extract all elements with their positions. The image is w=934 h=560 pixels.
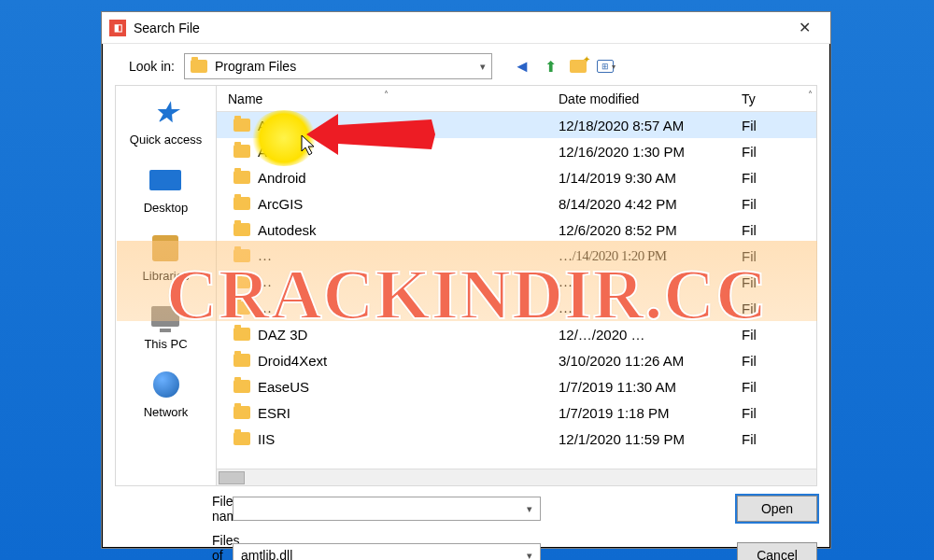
place-label: This PC (144, 337, 187, 351)
place-this-pc[interactable]: This PC (144, 300, 187, 351)
column-name[interactable]: ˄ Name (217, 91, 551, 106)
lookin-combo[interactable]: Program Files ▾ (184, 53, 492, 79)
this-pc-icon (149, 300, 182, 333)
list-header: ˄ Name Date modified Ty (217, 86, 816, 112)
row-name: Droid4Xext (258, 353, 327, 369)
row-type: Fil (738, 301, 785, 316)
scroll-up-caret[interactable]: ˄ (808, 90, 813, 100)
table-row[interactable]: IIS12/1/2020 11:59 PMFil (217, 426, 816, 452)
scroll-thumb[interactable] (219, 471, 245, 484)
row-date: 12/1/2020 11:59 PM (551, 431, 738, 447)
up-one-level-icon[interactable]: ⬆ (541, 57, 559, 76)
table-row[interactable]: Droid4Xext3/10/2020 11:26 AMFil (217, 347, 816, 373)
row-type: Fil (738, 327, 785, 343)
row-date: 12/…/2020 … (551, 327, 738, 343)
close-button[interactable]: ✕ (785, 19, 823, 36)
view-menu-icon[interactable]: ⊞▾ (597, 57, 616, 76)
bottom-panel: File name: ▾ Open Files of type: amtlib.… (102, 486, 830, 560)
table-row[interactable]: EaseUS1/7/2019 11:30 AMFil (217, 373, 816, 399)
row-name: Android (258, 170, 306, 186)
table-row[interactable]: Autodesk12/6/2020 8:52 PMFil (217, 217, 816, 243)
row-date: 8/14/2020 4:42 PM (551, 196, 738, 212)
table-row[interactable]: ArcGIS8/14/2020 4:42 PMFil (217, 190, 816, 217)
row-type: Fil (738, 248, 785, 264)
dialog-body: ★ Quick access Desktop Libraries This PC… (102, 85, 830, 486)
row-type: Fil (738, 196, 785, 212)
table-row[interactable]: ……/14/2020 1:20 PMFil (217, 243, 816, 269)
row-name: ArcGIS (258, 196, 303, 212)
table-row[interactable]: DAZ 3D12/…/2020 …Fil (217, 321, 816, 347)
filename-label: File name: (115, 494, 219, 524)
new-folder-icon[interactable] (569, 57, 587, 76)
network-icon (149, 368, 183, 401)
desktop-icon (149, 163, 182, 197)
table-row[interactable]: Android1/14/2019 9:30 AMFil (217, 164, 816, 190)
place-desktop[interactable]: Desktop (144, 163, 189, 215)
table-row[interactable]: ……Fil (217, 295, 816, 321)
folder-icon (234, 249, 250, 262)
filename-input[interactable]: ▾ (233, 497, 541, 521)
row-date: 12/6/2020 8:52 PM (551, 222, 738, 238)
place-network[interactable]: Network (144, 368, 189, 419)
row-name: … (258, 274, 272, 290)
row-date: 1/7/2019 1:18 PM (551, 405, 738, 421)
places-bar: ★ Quick access Desktop Libraries This PC… (115, 85, 216, 486)
horizontal-scrollbar[interactable] (217, 469, 816, 485)
row-date: 1/7/2019 11:30 AM (551, 379, 738, 395)
filetype-label: Files of type: (115, 533, 219, 560)
titlebar: ◧ Search File ✕ (102, 12, 830, 44)
table-row[interactable]: ……Fil (217, 269, 816, 295)
lookin-label: Look in: (115, 59, 175, 74)
filetype-value: amtlib.dll (241, 548, 292, 560)
chevron-down-icon: ▾ (527, 503, 532, 515)
cancel-button[interactable]: Cancel (737, 542, 817, 560)
row-name: Altium (258, 144, 297, 160)
row-date: … (551, 274, 738, 290)
folder-icon (234, 223, 250, 236)
place-label: Network (144, 405, 189, 419)
table-row[interactable]: ESRI1/7/2019 1:18 PMFil (217, 399, 816, 426)
file-rows: Adobe12/18/2020 8:57 AMFilAltium12/16/20… (217, 112, 816, 452)
folder-icon (234, 145, 250, 158)
window-title: Search File (134, 21, 785, 35)
row-type: Fil (738, 274, 785, 290)
place-label: Quick access (130, 133, 202, 147)
folder-icon (234, 119, 250, 132)
open-button[interactable]: Open (737, 496, 817, 522)
lookin-value: Program Files (215, 59, 473, 74)
folder-icon (234, 380, 250, 393)
row-date: 12/18/2020 8:57 AM (551, 118, 738, 133)
quick-access-icon: ★ (149, 95, 183, 129)
folder-icon (191, 60, 207, 73)
place-label: Libraries (143, 269, 190, 283)
row-type: Fil (738, 144, 785, 160)
row-date: … (551, 301, 738, 316)
toolbar-icons: ◄ ⬆ ⊞▾ (513, 57, 616, 76)
place-label: Desktop (144, 201, 189, 215)
search-file-dialog: ◧ Search File ✕ Look in: Program Files ▾… (101, 11, 831, 549)
column-name-label: Name (228, 91, 262, 106)
row-date: …/14/2020 1:20 PM (551, 248, 738, 264)
lookin-row: Look in: Program Files ▾ ◄ ⬆ ⊞▾ (102, 44, 830, 85)
table-row[interactable]: Altium12/16/2020 1:30 PMFil (217, 138, 816, 164)
place-libraries[interactable]: Libraries (143, 231, 190, 283)
row-date: 1/14/2019 9:30 AM (551, 170, 738, 186)
row-name: … (258, 248, 272, 264)
chevron-down-icon: ▾ (527, 550, 532, 561)
row-type: Fil (738, 379, 785, 395)
place-quick-access[interactable]: ★ Quick access (130, 95, 202, 147)
row-name: … (258, 301, 272, 316)
row-type: Fil (738, 222, 785, 238)
row-name: DAZ 3D (258, 327, 307, 343)
table-row[interactable]: Adobe12/18/2020 8:57 AMFil (217, 112, 816, 138)
row-name: Adobe (258, 118, 298, 133)
column-date[interactable]: Date modified (551, 91, 738, 106)
column-type[interactable]: Ty (738, 91, 785, 106)
folder-icon (234, 432, 250, 445)
app-icon: ◧ (109, 20, 126, 36)
folder-icon (234, 406, 250, 419)
back-icon[interactable]: ◄ (513, 57, 531, 76)
filetype-select[interactable]: amtlib.dll ▾ (233, 543, 541, 560)
row-name: Autodesk (258, 222, 317, 238)
row-type: Fil (738, 353, 785, 369)
